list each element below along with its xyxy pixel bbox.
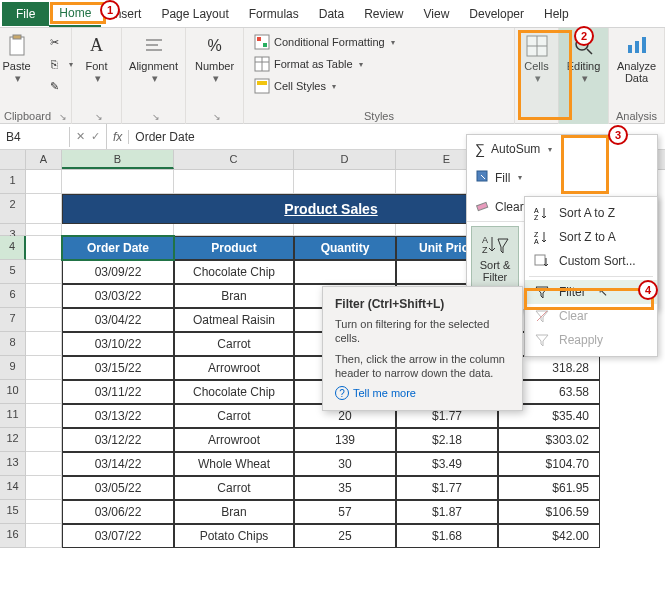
cell-date[interactable]: 03/12/22 — [62, 428, 174, 452]
cell-date[interactable]: 03/04/22 — [62, 308, 174, 332]
cell-qty[interactable] — [294, 260, 396, 284]
cell-styles-button[interactable]: Cell Styles▾ — [250, 76, 340, 96]
cell-date[interactable]: 03/15/22 — [62, 356, 174, 380]
filter-item[interactable]: Filter↖ — [525, 280, 657, 304]
tab-data[interactable]: Data — [309, 2, 354, 26]
cell-qty[interactable]: 25 — [294, 524, 396, 548]
cell-qty[interactable]: 139 — [294, 428, 396, 452]
sort-a-to-z[interactable]: AZSort A to Z — [525, 201, 657, 225]
cell-date[interactable]: 03/05/22 — [62, 476, 174, 500]
alignment-button[interactable]: Alignment▾ — [125, 32, 182, 86]
tab-page-layout[interactable]: Page Layout — [151, 2, 238, 26]
cell-total[interactable]: $303.02 — [498, 428, 600, 452]
tab-view[interactable]: View — [414, 2, 460, 26]
col-C[interactable]: C — [174, 150, 294, 169]
name-box[interactable]: B4 — [0, 127, 70, 147]
cell-date[interactable]: 03/06/22 — [62, 500, 174, 524]
number-launcher[interactable]: ↘ — [213, 112, 221, 122]
row-7[interactable]: 7 — [0, 308, 26, 332]
cell-qty[interactable]: 30 — [294, 452, 396, 476]
alignment-launcher[interactable]: ↘ — [152, 112, 160, 122]
tab-file[interactable]: File — [2, 2, 49, 26]
font-launcher[interactable]: ↘ — [95, 112, 103, 122]
custom-sort[interactable]: Custom Sort... — [525, 249, 657, 273]
cell-total[interactable]: $61.95 — [498, 476, 600, 500]
cell-qty[interactable]: 57 — [294, 500, 396, 524]
header-order-date[interactable]: Order Date — [62, 236, 174, 260]
cell-price[interactable]: $3.49 — [396, 452, 498, 476]
row-6[interactable]: 6 — [0, 284, 26, 308]
row-15[interactable]: 15 — [0, 500, 26, 524]
cell-date[interactable]: 03/13/22 — [62, 404, 174, 428]
sort-z-to-a[interactable]: ZASort Z to A — [525, 225, 657, 249]
cell-date[interactable]: 03/11/22 — [62, 380, 174, 404]
cell-date[interactable]: 03/10/22 — [62, 332, 174, 356]
row-11[interactable]: 11 — [0, 404, 26, 428]
row-1[interactable]: 1 — [0, 170, 26, 194]
enter-icon[interactable]: ✓ — [91, 130, 100, 143]
tell-me-more[interactable]: ?Tell me more — [335, 386, 510, 400]
tab-review[interactable]: Review — [354, 2, 413, 26]
cell-price[interactable]: $1.87 — [396, 500, 498, 524]
select-all-corner[interactable] — [0, 150, 26, 169]
cells-icon — [525, 34, 549, 58]
tab-home[interactable]: Home — [49, 1, 101, 27]
cell-total[interactable]: $104.70 — [498, 452, 600, 476]
row-12[interactable]: 12 — [0, 428, 26, 452]
fill-item[interactable]: Fill▾ — [467, 163, 657, 192]
autosum-item[interactable]: ∑AutoSum▾ — [467, 135, 657, 163]
cell-product[interactable]: Chocolate Chip — [174, 260, 294, 284]
col-A[interactable]: A — [26, 150, 62, 169]
cell-price[interactable]: $1.68 — [396, 524, 498, 548]
row-5[interactable]: 5 — [0, 260, 26, 284]
tab-help[interactable]: Help — [534, 2, 579, 26]
row-2[interactable]: 2 — [0, 194, 26, 224]
cell-total[interactable]: $106.59 — [498, 500, 600, 524]
header-product[interactable]: Product — [174, 236, 294, 260]
cells-button[interactable]: Cells▾ — [515, 32, 559, 86]
cell-date[interactable]: 03/14/22 — [62, 452, 174, 476]
cell-total[interactable]: $42.00 — [498, 524, 600, 548]
cell-product[interactable]: Bran — [174, 500, 294, 524]
row-13[interactable]: 13 — [0, 452, 26, 476]
paste-button[interactable]: Paste▾ — [0, 32, 39, 86]
format-as-table-button[interactable]: Format as Table▾ — [250, 54, 367, 74]
row-14[interactable]: 14 — [0, 476, 26, 500]
cancel-icon[interactable]: ✕ — [76, 130, 85, 143]
tab-developer[interactable]: Developer — [459, 2, 534, 26]
row-4[interactable]: 4 — [0, 236, 26, 260]
row-9[interactable]: 9 — [0, 356, 26, 380]
cell-product[interactable]: Bran — [174, 284, 294, 308]
cell-product[interactable]: Carrot — [174, 404, 294, 428]
header-quantity[interactable]: Quantity — [294, 236, 396, 260]
cell-product[interactable]: Whole Wheat — [174, 452, 294, 476]
fx-icon[interactable]: fx — [107, 130, 129, 144]
cell-price[interactable]: $1.77 — [396, 476, 498, 500]
cell-product[interactable]: Oatmeal Raisin — [174, 308, 294, 332]
cell-date[interactable]: 03/09/22 — [62, 260, 174, 284]
cell-qty[interactable]: 35 — [294, 476, 396, 500]
cell-product[interactable]: Carrot — [174, 332, 294, 356]
row-10[interactable]: 10 — [0, 380, 26, 404]
cell-date[interactable]: 03/07/22 — [62, 524, 174, 548]
row-3[interactable]: 3 — [0, 224, 26, 236]
cell-price[interactable]: $2.18 — [396, 428, 498, 452]
clipboard-launcher[interactable]: ↘ — [59, 112, 67, 122]
cell-product[interactable]: Arrowroot — [174, 428, 294, 452]
svg-rect-1 — [13, 35, 21, 39]
cell-product[interactable]: Potato Chips — [174, 524, 294, 548]
row-8[interactable]: 8 — [0, 332, 26, 356]
cell-product[interactable]: Arrowroot — [174, 356, 294, 380]
info-icon: ? — [335, 386, 349, 400]
number-button[interactable]: % Number▾ — [191, 32, 238, 86]
analyze-data-button[interactable]: Analyze Data — [613, 32, 660, 86]
col-B[interactable]: B — [62, 150, 174, 169]
cell-product[interactable]: Chocolate Chip — [174, 380, 294, 404]
cell-date[interactable]: 03/03/22 — [62, 284, 174, 308]
tab-formulas[interactable]: Formulas — [239, 2, 309, 26]
col-D[interactable]: D — [294, 150, 396, 169]
row-16[interactable]: 16 — [0, 524, 26, 548]
cell-product[interactable]: Carrot — [174, 476, 294, 500]
font-button[interactable]: A Font▾ — [75, 32, 119, 86]
conditional-formatting-button[interactable]: Conditional Formatting▾ — [250, 32, 399, 52]
